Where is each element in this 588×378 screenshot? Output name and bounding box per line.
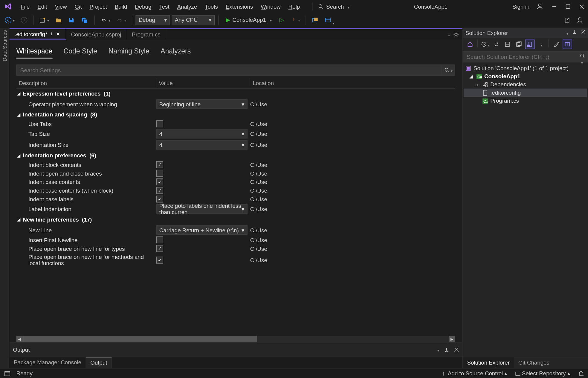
output-close-icon[interactable] <box>454 348 459 352</box>
preview-selected-icon[interactable] <box>525 39 535 49</box>
history-icon[interactable] <box>480 39 490 49</box>
start-without-debugging-button[interactable]: ▷ <box>277 15 286 25</box>
setting-row[interactable]: Indentation Size4▾C:\Use <box>16 139 455 150</box>
collapse-all-icon[interactable] <box>503 39 512 49</box>
setting-row[interactable]: Insert Final NewlineC:\Use <box>16 236 455 244</box>
menu-git[interactable]: Git <box>71 1 85 11</box>
right-tab-solution-explorer[interactable]: Solution Explorer <box>463 357 514 368</box>
start-debugging-button[interactable]: ▶ConsoleApp1 <box>222 17 275 23</box>
output-window-icon[interactable] <box>4 371 10 377</box>
project-node[interactable]: ◢ C# ConsoleApp1 <box>464 72 587 80</box>
settings-group-header[interactable]: ◢Expression-level preferences (1) <box>16 89 455 99</box>
select-repository[interactable]: Select Repository ▴ <box>515 370 570 377</box>
setting-row[interactable]: Indent block contents✓C:\Use <box>16 160 455 169</box>
search-settings-input[interactable] <box>16 64 442 76</box>
setting-row[interactable]: Place open brace on new line for methods… <box>16 253 455 268</box>
menu-extensions[interactable]: Extensions <box>222 1 256 11</box>
config-tab-naming-style[interactable]: Naming Style <box>109 47 149 58</box>
column-header-location[interactable]: Location <box>250 78 455 88</box>
notifications-icon[interactable] <box>578 371 584 376</box>
setting-combo[interactable]: Carriage Return + Newline (\r\n)▾ <box>156 225 248 235</box>
scroll-right-button[interactable]: ▸ <box>449 336 455 342</box>
config-tab-code-style[interactable]: Code Style <box>64 47 97 58</box>
add-to-source-control[interactable]: ↑ Add to Source Control ▴ <box>442 370 507 377</box>
right-tab-git-changes[interactable]: Git Changes <box>514 357 554 368</box>
undo-button[interactable] <box>98 15 112 25</box>
menu-project[interactable]: Project <box>86 1 110 11</box>
config-tab-analyzers[interactable]: Analyzers <box>161 47 191 58</box>
settings-grid[interactable]: ◢Expression-level preferences (1)Operato… <box>16 89 455 336</box>
menu-test[interactable]: Test <box>156 1 173 11</box>
left-side-rail[interactable]: Data Sources <box>0 27 10 368</box>
scroll-left-button[interactable]: ◂ <box>16 336 22 342</box>
save-all-button[interactable] <box>79 15 91 25</box>
signin-link[interactable]: Sign in <box>508 3 534 10</box>
solution-explorer-search[interactable] <box>463 51 588 62</box>
config-tab-whitespace[interactable]: Whitespace <box>16 47 52 58</box>
setting-row[interactable]: Indent case labels✓C:\Use <box>16 195 455 203</box>
search-icon[interactable] <box>580 53 586 65</box>
setting-checkbox[interactable]: ✓ <box>156 187 163 194</box>
solution-node[interactable]: Solution 'ConsoleApp1' (1 of 1 project) <box>464 64 587 72</box>
account-admin-icon[interactable] <box>574 15 585 25</box>
bottom-tab-output[interactable]: Output <box>85 357 112 368</box>
doc-tab[interactable]: .editorconfig*⟟✕ <box>10 28 66 39</box>
dependencies-node[interactable]: ▷ Dependencies <box>464 80 587 88</box>
setting-checkbox[interactable] <box>156 236 163 243</box>
setting-combo[interactable]: Beginning of line▾ <box>156 99 248 109</box>
menu-help[interactable]: Help <box>285 1 303 11</box>
setting-row[interactable]: Indent case contents✓C:\Use <box>16 178 455 186</box>
solution-explorer-search-input[interactable] <box>463 51 588 62</box>
settings-group-header[interactable]: ◢New line preferences (17) <box>16 215 455 225</box>
maximize-button[interactable] <box>565 4 571 10</box>
browse-icon[interactable] <box>309 15 320 25</box>
menu-analyze[interactable]: Analyze <box>174 1 201 11</box>
save-button[interactable] <box>66 15 77 25</box>
panel-pin-icon[interactable] <box>572 30 577 36</box>
setting-row[interactable]: Use TabsC:\Use <box>16 119 455 128</box>
minimize-button[interactable] <box>551 4 557 10</box>
output-pin-icon[interactable] <box>444 348 449 352</box>
doc-tab[interactable]: ConsoleApp1.csproj <box>66 29 127 40</box>
open-file-button[interactable] <box>53 15 64 25</box>
active-files-dropdown[interactable] <box>447 31 450 38</box>
setting-checkbox[interactable]: ✓ <box>156 179 163 185</box>
show-all-files-icon[interactable] <box>514 39 523 49</box>
setting-checkbox[interactable] <box>156 120 163 127</box>
properties-icon[interactable] <box>552 39 561 49</box>
preview-icon[interactable] <box>563 39 572 49</box>
search-box[interactable]: Search <box>314 2 353 11</box>
setting-checkbox[interactable]: ✓ <box>156 196 163 202</box>
column-header-value[interactable]: Value <box>156 78 250 88</box>
output-dropdown[interactable] <box>436 347 439 353</box>
menu-debug[interactable]: Debug <box>132 1 155 11</box>
search-settings-button[interactable] <box>442 64 455 76</box>
configuration-combo[interactable]: Debug▾ <box>136 15 170 25</box>
close-button[interactable] <box>578 4 584 10</box>
setting-checkbox[interactable]: ✓ <box>156 257 163 264</box>
new-project-button[interactable] <box>37 15 51 25</box>
nav-forward-button[interactable] <box>19 15 30 25</box>
setting-row[interactable]: Indent case contents (when block)✓C:\Use <box>16 186 455 195</box>
setting-combo[interactable]: 4▾ <box>156 140 248 150</box>
setting-checkbox[interactable]: ✓ <box>156 245 163 252</box>
redo-button[interactable] <box>114 15 129 25</box>
setting-row[interactable]: Tab Size4▾C:\Use <box>16 128 455 139</box>
bottom-tab-package-manager-console[interactable]: Package Manager Console <box>10 357 86 368</box>
doc-tab[interactable]: Program.cs <box>127 29 166 40</box>
hot-reload-button[interactable] <box>288 15 302 25</box>
program-cs-node[interactable]: C# Program.cs <box>464 97 587 105</box>
panel-options-dropdown[interactable] <box>565 30 568 36</box>
share-icon[interactable] <box>561 15 572 25</box>
setting-row[interactable]: Indent open and close bracesC:\Use <box>16 169 455 178</box>
menu-build[interactable]: Build <box>111 1 131 11</box>
solution-tree[interactable]: Solution 'ConsoleApp1' (1 of 1 project) … <box>463 62 588 357</box>
editorconfig-file-node[interactable]: .editorconfig <box>464 89 587 97</box>
setting-row[interactable]: Label IndentationPlace goto labels one i… <box>16 203 455 214</box>
data-sources-tab[interactable]: Data Sources <box>1 30 7 62</box>
setting-checkbox[interactable] <box>156 170 163 177</box>
menu-window[interactable]: Window <box>257 1 284 11</box>
nav-back-button[interactable] <box>3 15 17 25</box>
setting-combo[interactable]: Place goto labels one indent less than c… <box>156 204 248 214</box>
menu-tools[interactable]: Tools <box>201 1 222 11</box>
